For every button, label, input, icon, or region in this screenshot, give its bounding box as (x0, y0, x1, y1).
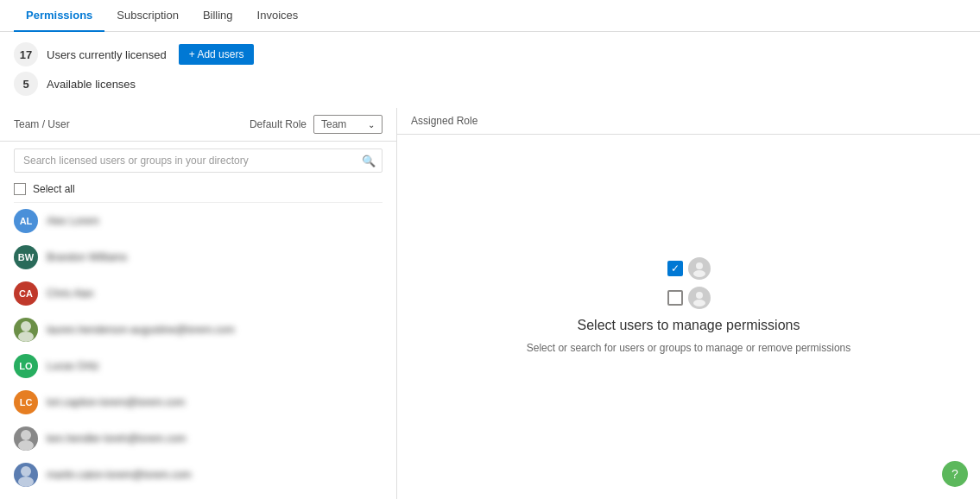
svg-point-3 (18, 440, 34, 451)
svg-point-5 (18, 477, 34, 487)
svg-point-4 (21, 466, 31, 477)
select-all-row: Select all (0, 180, 396, 202)
list-item[interactable]: lauren.henderson-augustine@lorem.com (0, 312, 396, 348)
tab-invoices[interactable]: Invoices (245, 0, 311, 32)
avatar: AL (14, 209, 38, 233)
user-name: Brandon Williams (47, 251, 127, 263)
list-item[interactable]: CA Chris Alan (0, 275, 396, 312)
empty-state: ✓ Select users to manage permissions Sel… (397, 135, 980, 499)
user-name: Lucas Ortiz (47, 360, 99, 372)
person-icon-2 (688, 287, 711, 309)
header-section: 17 Users currently licensed + Add users … (0, 32, 980, 108)
list-item[interactable]: AL Alex Lorem (0, 203, 396, 239)
licensed-label: Users currently licensed (47, 48, 167, 61)
svg-point-6 (696, 262, 703, 269)
search-icon: 🔍 (362, 155, 376, 167)
role-dropdown[interactable]: Team ⌄ (313, 115, 383, 134)
svg-point-7 (693, 270, 705, 277)
list-item[interactable]: LO Lucas Ortiz (0, 348, 396, 384)
checkbox-unchecked-icon (667, 290, 683, 306)
avatar (14, 318, 38, 342)
svg-point-8 (696, 292, 703, 299)
user-name: lauren.henderson-augustine@lorem.com (47, 324, 235, 336)
avatar: BW (14, 245, 38, 269)
select-all-checkbox[interactable] (14, 183, 26, 195)
person-icon-1 (688, 257, 711, 280)
empty-state-subtitle: Select or search for users or groups to … (527, 342, 851, 354)
list-item[interactable]: BW Brandon Williams (0, 239, 396, 275)
available-count: 5 (14, 72, 38, 96)
icon-row-1: ✓ (667, 257, 711, 280)
avatar: CA (14, 281, 38, 306)
help-button[interactable]: ? (942, 461, 968, 487)
col-default-role-header: Default Role Team ⌄ (250, 115, 383, 134)
tab-permissions[interactable]: Permissions (14, 0, 104, 32)
search-input[interactable] (14, 148, 383, 173)
column-headers: Team / User Default Role Team ⌄ (0, 108, 396, 142)
right-panel: Assigned Role ✓ Select users to manage p… (397, 108, 980, 499)
licensed-row: 17 Users currently licensed + Add users (14, 42, 966, 66)
empty-state-icons: ✓ (667, 257, 711, 309)
svg-point-0 (21, 321, 31, 332)
col-team-user-header: Team / User (14, 118, 250, 130)
chevron-down-icon: ⌄ (368, 120, 375, 129)
left-panel: Team / User Default Role Team ⌄ 🔍 Select… (0, 108, 397, 499)
list-item[interactable]: martin.calon-lorem@lorem.com (0, 457, 396, 493)
empty-state-title: Select users to manage permissions (578, 318, 800, 333)
checkbox-checked-icon: ✓ (667, 261, 683, 276)
avatar (14, 426, 38, 451)
select-all-label: Select all (33, 183, 75, 195)
user-name: Chris Alan (47, 287, 94, 300)
main-content: Team / User Default Role Team ⌄ 🔍 Select… (0, 108, 980, 499)
icon-row-2 (667, 287, 711, 309)
user-name: Alex Lorem (47, 215, 99, 227)
svg-point-1 (18, 332, 34, 342)
licensed-count: 17 (14, 42, 38, 66)
available-row: 5 Available licenses (14, 72, 966, 96)
default-role-label: Default Role (250, 118, 307, 130)
svg-point-9 (693, 300, 705, 306)
avatar: LO (14, 354, 38, 378)
user-list: AL Alex Lorem BW Brandon Williams CA Chr… (0, 203, 396, 499)
avatar (14, 463, 38, 487)
add-users-button[interactable]: + Add users (179, 44, 255, 65)
user-name: lori.caption-lorem@lorem.com (47, 396, 185, 408)
search-box: 🔍 (14, 148, 383, 173)
user-name: martin.calon-lorem@lorem.com (47, 469, 192, 481)
svg-point-2 (21, 430, 31, 440)
tab-billing[interactable]: Billing (191, 0, 245, 32)
role-value: Team (321, 118, 346, 130)
user-name: ken.hendler-loreh@lorem.com (47, 433, 187, 445)
list-item[interactable]: LC lori.caption-lorem@lorem.com (0, 384, 396, 420)
col-assigned-header: Assigned Role (397, 108, 980, 135)
list-item[interactable]: ken.hendler-loreh@lorem.com (0, 420, 396, 457)
available-label: Available licenses (47, 78, 136, 91)
tabs-bar: Permissions Subscription Billing Invoice… (0, 0, 980, 32)
tab-subscription[interactable]: Subscription (104, 0, 191, 32)
avatar: LC (14, 390, 38, 414)
